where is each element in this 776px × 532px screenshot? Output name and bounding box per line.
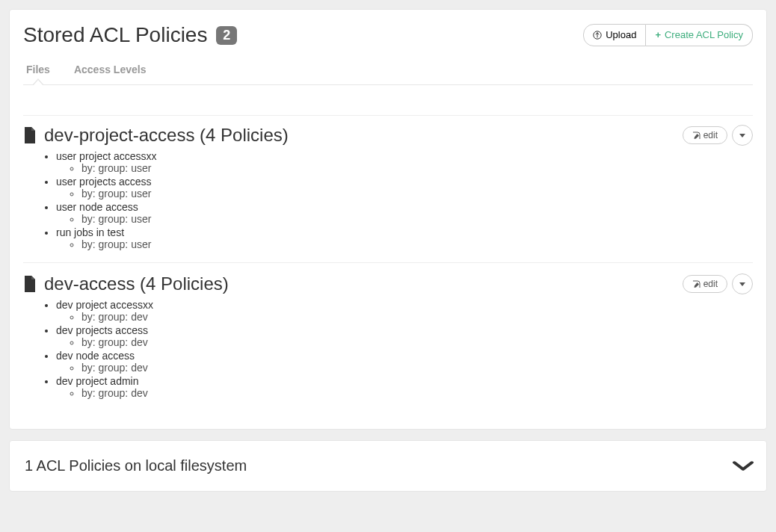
policy-name: dev projects access <box>56 324 148 336</box>
chevron-down-icon <box>739 282 745 286</box>
policy-list: user project accessxx by: group: user us… <box>23 150 753 250</box>
acl-file-name: dev-access <box>44 273 135 294</box>
file-icon <box>23 276 35 292</box>
tab-access-levels[interactable]: Access Levels <box>71 58 150 84</box>
tab-files[interactable]: Files <box>23 58 53 84</box>
upload-label: Upload <box>606 28 636 42</box>
policy-by: by: group: dev <box>81 311 753 323</box>
plus-icon: + <box>655 28 661 42</box>
acl-file-policy-count: (4 Policies) <box>140 273 229 294</box>
file-actions: edit <box>683 125 753 146</box>
policy-item: dev project admin by: group: dev <box>56 375 753 399</box>
edit-button[interactable]: edit <box>683 275 727 293</box>
policy-item: dev node access by: group: dev <box>56 350 753 374</box>
policy-count-badge: 2 <box>216 26 237 45</box>
create-acl-policy-button[interactable]: + Create ACL Policy <box>646 24 753 46</box>
policy-name: user node access <box>56 201 138 213</box>
tab-label: Access Levels <box>74 64 147 75</box>
policy-name: run jobs in test <box>56 226 124 238</box>
policy-item: user project accessxx by: group: user <box>56 150 753 174</box>
policy-item: dev project accessxx by: group: dev <box>56 299 753 323</box>
edit-icon <box>692 280 700 288</box>
upload-icon <box>593 31 602 40</box>
policy-by: by: group: user <box>81 188 753 200</box>
divider <box>23 262 753 263</box>
edit-button[interactable]: edit <box>683 126 727 144</box>
policy-by: by: group: dev <box>81 387 753 399</box>
page-title: Stored ACL Policies 2 <box>23 23 237 47</box>
policy-name: dev node access <box>56 350 135 362</box>
panel-body: dev-project-access (4 Policies) edit <box>10 85 766 429</box>
policy-list: dev project accessxx by: group: dev dev … <box>23 299 753 399</box>
acl-file-title[interactable]: dev-access (4 Policies) <box>23 273 229 294</box>
chevron-down-icon <box>733 461 754 471</box>
policy-by: by: group: user <box>81 162 753 174</box>
edit-icon <box>692 132 700 140</box>
policy-item: user projects access by: group: user <box>56 176 753 200</box>
local-fs-expander[interactable]: 1 ACL Policies on local filesystem <box>10 441 766 491</box>
file-actions-menu-button[interactable] <box>732 273 753 294</box>
local-fs-label: 1 ACL Policies on local filesystem <box>25 457 247 474</box>
policy-name: user projects access <box>56 176 152 188</box>
acl-file-policy-count: (4 Policies) <box>200 125 289 145</box>
policy-item: run jobs in test by: group: user <box>56 226 753 250</box>
acl-file: dev-project-access (4 Policies) edit <box>23 125 753 250</box>
policy-name: user project accessxx <box>56 150 157 162</box>
file-icon <box>23 127 35 143</box>
policy-name: dev project admin <box>56 375 139 387</box>
create-label: Create ACL Policy <box>665 28 743 42</box>
header-actions: Upload + Create ACL Policy <box>583 24 753 46</box>
policy-by: by: group: user <box>81 238 753 250</box>
policy-item: dev projects access by: group: dev <box>56 324 753 348</box>
upload-button[interactable]: Upload <box>583 24 646 46</box>
acl-file-name: dev-project-access <box>44 125 194 145</box>
tabs: Files Access Levels <box>23 58 753 85</box>
panel-header: Stored ACL Policies 2 Upload + Create AC… <box>10 10 766 85</box>
file-actions: edit <box>683 273 753 294</box>
file-actions-menu-button[interactable] <box>732 125 753 146</box>
policy-by: by: group: dev <box>81 336 753 348</box>
acl-file-title[interactable]: dev-project-access (4 Policies) <box>23 125 289 146</box>
acl-policies-panel: Stored ACL Policies 2 Upload + Create AC… <box>9 9 767 430</box>
chevron-down-icon <box>739 134 745 137</box>
policy-by: by: group: user <box>81 213 753 225</box>
acl-file: dev-access (4 Policies) edit <box>23 273 753 399</box>
page-title-text: Stored ACL Policies <box>23 23 207 46</box>
policy-item: user node access by: group: user <box>56 201 753 225</box>
local-fs-panel: 1 ACL Policies on local filesystem <box>9 440 767 492</box>
policy-by: by: group: dev <box>81 362 753 374</box>
edit-label: edit <box>703 130 718 140</box>
policy-name: dev project accessxx <box>56 299 153 311</box>
tab-label: Files <box>26 64 50 75</box>
edit-label: edit <box>703 279 718 289</box>
divider <box>23 115 753 116</box>
